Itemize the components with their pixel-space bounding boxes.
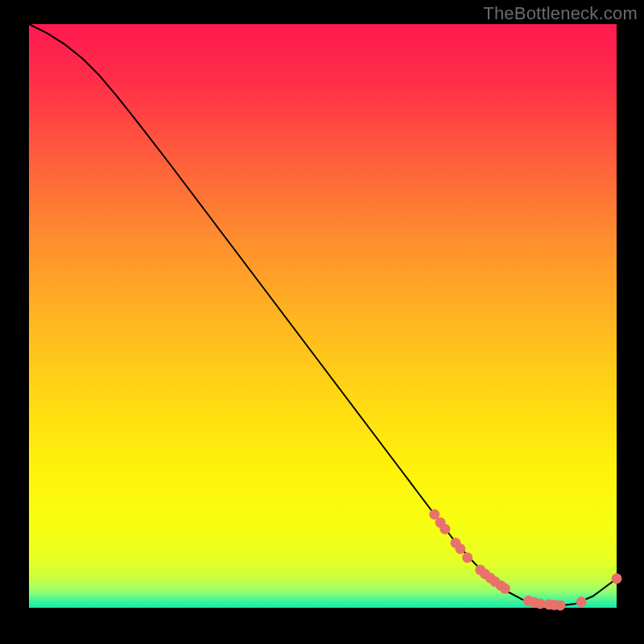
- highlight-dot: [455, 543, 465, 554]
- highlight-dot: [555, 600, 565, 610]
- highlight-dot: [576, 597, 587, 607]
- highlight-dot: [500, 584, 510, 594]
- highlight-dot: [462, 552, 473, 563]
- highlight-dot: [612, 573, 622, 584]
- chart-background: [29, 24, 617, 608]
- bottleneck-chart: [0, 0, 644, 644]
- chart-container: TheBottleneck.com: [0, 0, 644, 644]
- highlight-dot: [440, 524, 450, 535]
